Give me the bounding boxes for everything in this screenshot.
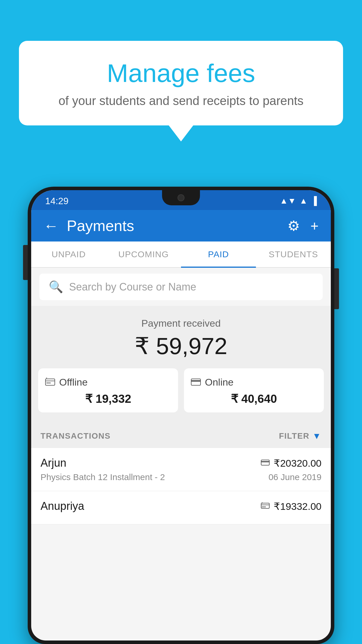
payment-total-amount: ₹ 59,972 <box>31 332 331 360</box>
tab-unpaid[interactable]: UNPAID <box>31 242 106 267</box>
speech-bubble-arrow <box>169 125 193 141</box>
app-header: ← Payments ⚙ + <box>31 210 331 242</box>
online-payment-type-icon <box>261 458 270 468</box>
offline-amount: ₹ 19,332 <box>45 392 171 405</box>
add-icon[interactable]: + <box>310 218 319 234</box>
online-card-header: Online <box>191 377 317 388</box>
svg-text:₹: ₹ <box>46 377 48 380</box>
offline-payment-icon: ₹ <box>45 377 55 388</box>
payment-cards: ₹ Offline ₹ 19,332 <box>31 368 331 415</box>
status-time: 14:29 <box>45 196 68 206</box>
header-action-icons: ⚙ + <box>287 218 319 234</box>
offline-payment-type-icon: ₹ <box>261 501 270 511</box>
student-name: Anupriya <box>41 500 84 512</box>
online-label: Online <box>205 377 233 388</box>
table-row[interactable]: Anupriya ₹ ₹193 <box>31 491 331 524</box>
tab-paid[interactable]: PAID <box>181 242 256 267</box>
speech-bubble-container: Manage fees of your students and send re… <box>19 41 343 141</box>
online-amount: ₹ 40,640 <box>191 392 317 405</box>
amount-container: ₹20320.00 <box>261 457 321 469</box>
student-name: Arjun <box>41 457 66 469</box>
tab-bar: UNPAID UPCOMING PAID STUDENTS <box>31 242 331 268</box>
header-title: Payments <box>67 217 287 235</box>
svg-rect-5 <box>191 379 201 385</box>
online-payment-card: Online ₹ 40,640 <box>184 368 324 412</box>
course-name: Physics Batch 12 Installment - 2 <box>41 472 165 482</box>
filter-icon: ▼ <box>312 431 321 441</box>
filter-button[interactable]: FILTER ▼ <box>279 431 321 441</box>
transaction-amount: ₹20320.00 <box>274 457 321 469</box>
phone-outer: 14:29 ▲▼ ▲ ▐ ← Payments ⚙ + UNPAID <box>28 187 334 644</box>
wifi-icon: ▲▼ <box>280 196 296 206</box>
transaction-top-row: Anupriya ₹ ₹193 <box>41 500 321 512</box>
svg-rect-7 <box>261 460 269 465</box>
svg-rect-0 <box>45 379 55 385</box>
search-container: 🔍 Search by Course or Name <box>31 268 331 306</box>
online-payment-icon <box>191 377 201 388</box>
search-icon: 🔍 <box>49 280 63 294</box>
search-input[interactable]: Search by Course or Name <box>69 281 196 293</box>
speech-bubble: Manage fees of your students and send re… <box>19 41 343 125</box>
tab-students[interactable]: STUDENTS <box>256 242 331 267</box>
signal-icon: ▲ <box>299 196 307 206</box>
search-bar[interactable]: 🔍 Search by Course or Name <box>39 274 323 300</box>
transactions-header: TRANSACTIONS FILTER ▼ <box>31 424 331 448</box>
transaction-top-row: Arjun ₹20320.00 <box>41 457 321 469</box>
status-icons: ▲▼ ▲ ▐ <box>280 196 317 206</box>
front-camera <box>178 194 184 201</box>
offline-label: Offline <box>59 377 88 388</box>
payment-received-label: Payment received <box>31 318 331 329</box>
battery-icon: ▐ <box>311 196 317 206</box>
speech-bubble-title: Manage fees <box>39 58 323 88</box>
payment-received-section: Payment received ₹ 59,972 <box>31 306 331 424</box>
transaction-amount: ₹19332.00 <box>274 501 321 512</box>
offline-payment-card: ₹ Offline ₹ 19,332 <box>38 368 178 412</box>
transaction-list: Arjun ₹20320.00 Physics <box>31 448 331 524</box>
speech-bubble-subtitle: of your students and send receipts to pa… <box>39 94 323 108</box>
offline-card-header: ₹ Offline <box>45 377 171 388</box>
transaction-date: 06 June 2019 <box>268 472 321 482</box>
table-row[interactable]: Arjun ₹20320.00 Physics <box>31 448 331 491</box>
phone-screen: 14:29 ▲▼ ▲ ▐ ← Payments ⚙ + UNPAID <box>31 190 331 640</box>
transactions-label: TRANSACTIONS <box>41 431 110 441</box>
back-button[interactable]: ← <box>43 217 59 235</box>
phone-notch <box>162 190 200 205</box>
phone-container: 14:29 ▲▼ ▲ ▐ ← Payments ⚙ + UNPAID <box>28 187 334 644</box>
filter-label: FILTER <box>279 431 310 441</box>
settings-icon[interactable]: ⚙ <box>287 218 300 234</box>
tab-upcoming[interactable]: UPCOMING <box>106 242 181 267</box>
amount-container: ₹ ₹19332.00 <box>261 501 321 512</box>
transaction-bottom-row: Physics Batch 12 Installment - 2 06 June… <box>41 472 321 482</box>
